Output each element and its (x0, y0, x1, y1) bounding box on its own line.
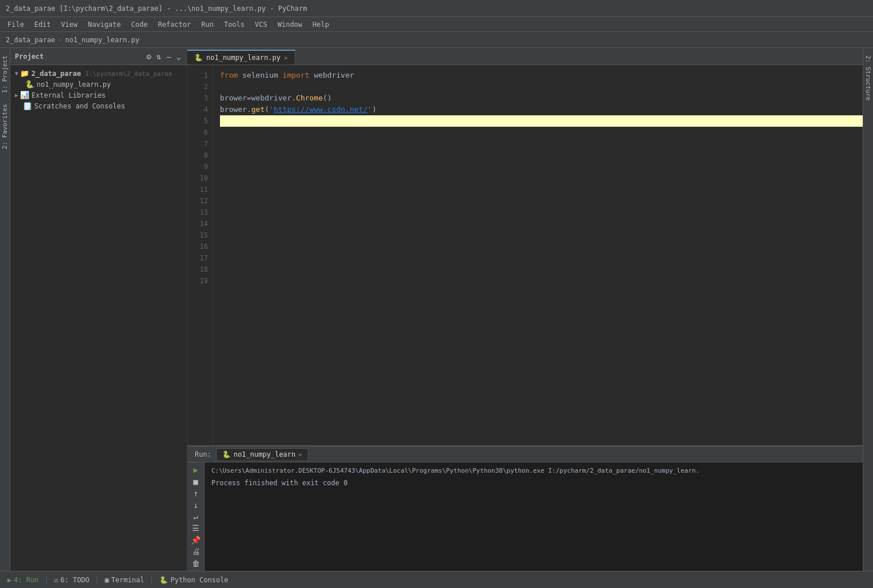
ln-2: 2 (187, 81, 208, 92)
run-filter-button[interactable]: ☰ (190, 523, 202, 533)
code-editor[interactable]: 1 2 3 4 5 6 7 8 9 10 11 12 13 14 15 16 1 (187, 65, 863, 445)
status-run-button[interactable]: ▶ 4: Run (3, 574, 43, 586)
panel-collapse-icon[interactable]: — (165, 51, 172, 62)
project-panel: Project ⚙ ⇅ — ⌄ ▼ 📁 2_data_parae I:\pych… (10, 48, 187, 571)
editor-area: 🐍 no1_numpy_learn.py ✕ 1 2 3 4 5 6 7 8 9 (187, 48, 863, 571)
status-run-label: 4: Run (14, 576, 38, 584)
code-line-13 (220, 207, 863, 218)
editor-tab-active[interactable]: 🐍 no1_numpy_learn.py ✕ (187, 50, 295, 65)
status-todo-item[interactable]: ☑ 6: TODO (50, 574, 94, 586)
tree-arrow-root: ▼ (15, 70, 18, 76)
ln-5: 5 (187, 115, 208, 127)
ln-1: 1 (187, 70, 208, 81)
tab-close-button[interactable]: ✕ (284, 54, 288, 62)
status-todo-label: 6: TODO (61, 576, 90, 584)
code-line-12 (220, 195, 863, 207)
status-terminal-icon: ▣ (105, 576, 109, 584)
menu-tools[interactable]: Tools (219, 19, 249, 30)
status-run-icon: ▶ (7, 576, 11, 584)
sidebar-tab-favorites[interactable]: 2: Favorites (0, 99, 10, 154)
run-start-button[interactable]: ▶ (190, 465, 202, 474)
menu-vcs[interactable]: VCS (250, 19, 272, 30)
run-sidebar: ▶ ■ ↑ ↓ ↵ ☰ 📌 🖨 🗑 (187, 462, 205, 571)
bottom-panel: Run: 🐍 no1_numpy_learn ✕ ▶ ■ ↑ ↓ ↵ ☰ (187, 445, 863, 571)
run-wrap-button[interactable]: ↵ (190, 512, 202, 521)
breadcrumb-file[interactable]: no1_numpy_learn.py (65, 36, 139, 44)
panel-icons: ⚙ ⇅ — ⌄ (145, 51, 182, 62)
menu-run[interactable]: Run (197, 19, 218, 30)
code-line-7 (220, 138, 863, 150)
code-line-9 (220, 161, 863, 172)
breadcrumb: 2_data_parae › no1_numpy_learn.py (0, 32, 873, 48)
kw-import: import (283, 70, 310, 81)
menu-view[interactable]: View (57, 19, 82, 30)
panel-settings-icon[interactable]: ⚙ (145, 51, 152, 62)
run-scroll-down-button[interactable]: ↓ (190, 500, 202, 509)
tree-arrow-ext: ▶ (15, 92, 18, 98)
main-layout: 1: Project 2: Favorites Project ⚙ ⇅ — ⌄ … (0, 48, 873, 571)
sidebar-tab-project[interactable]: 1: Project (0, 51, 10, 98)
tree-item-file[interactable]: 🐍 no1_numpy_learn.py (21, 79, 187, 90)
library-icon: 📊 (20, 91, 29, 99)
status-sep-2 (97, 575, 97, 585)
python-file-icon: 🐍 (25, 80, 34, 88)
code-line-2 (220, 81, 863, 92)
code-line-5 (220, 115, 863, 127)
run-label: Run: (190, 450, 216, 458)
menu-navigate[interactable]: Navigate (83, 19, 126, 30)
tree-label-ext: External Libraries (31, 91, 106, 99)
code-content[interactable]: from selenium import webdriver brower=we… (213, 65, 863, 445)
scratches-icon: 🗒️ (23, 102, 32, 110)
code-line-16 (220, 241, 863, 252)
tree-item-root[interactable]: ▼ 📁 2_data_parae I:\pycharm\2_data_parae (10, 68, 187, 79)
run-tab[interactable]: 🐍 no1_numpy_learn ✕ (216, 448, 309, 460)
menu-window[interactable]: Window (273, 19, 307, 30)
ln-17: 17 (187, 252, 208, 264)
menu-edit[interactable]: Edit (30, 19, 55, 30)
menu-file[interactable]: File (3, 19, 29, 30)
menu-refactor[interactable]: Refactor (153, 19, 195, 30)
run-trash-button[interactable]: 🗑 (190, 559, 202, 568)
status-terminal-label: Terminal (111, 576, 145, 584)
code-line-15 (220, 229, 863, 241)
ln-8: 8 (187, 150, 208, 161)
menu-help[interactable]: Help (308, 19, 334, 30)
run-pin-button[interactable]: 📌 (190, 535, 202, 545)
status-python-console-item[interactable]: 🐍 Python Console (155, 574, 233, 586)
folder-icon: 📁 (20, 69, 29, 78)
run-stop-button[interactable]: ■ (190, 477, 202, 486)
panel-sort-icon[interactable]: ⇅ (155, 51, 162, 62)
line-numbers: 1 2 3 4 5 6 7 8 9 10 11 12 13 14 15 16 1 (187, 65, 213, 445)
run-tab-close[interactable]: ✕ (298, 451, 302, 458)
ln-6: 6 (187, 127, 208, 138)
left-sidebar-tab: 1: Project 2: Favorites (0, 48, 10, 571)
ln-15: 15 (187, 229, 208, 241)
status-bar: ▶ 4: Run ☑ 6: TODO ▣ Terminal 🐍 Python C… (0, 571, 873, 588)
run-scroll-up-button[interactable]: ↑ (190, 489, 202, 498)
code-line-10 (220, 172, 863, 184)
status-terminal-item[interactable]: ▣ Terminal (100, 574, 149, 586)
panel-header: Project ⚙ ⇅ — ⌄ (10, 48, 187, 65)
status-python-label: Python Console (170, 576, 228, 584)
ln-9: 9 (187, 161, 208, 172)
sidebar-tab-structure[interactable]: 2: Structure (863, 51, 873, 105)
project-tree: ▼ 📁 2_data_parae I:\pycharm\2_data_parae… (10, 65, 187, 571)
menu-code[interactable]: Code (127, 19, 153, 30)
panel-gear-icon[interactable]: ⌄ (175, 51, 182, 62)
right-sidebar-tab: 2: Structure (863, 48, 873, 571)
editor-tab-bar: 🐍 no1_numpy_learn.py ✕ (187, 48, 863, 65)
ln-16: 16 (187, 241, 208, 252)
breadcrumb-project[interactable]: 2_data_parae (6, 36, 55, 44)
tree-label-scratches: Scratches and Consoles (34, 102, 125, 110)
run-output: C:\Users\Administrator.DESKTOP-6J54743\A… (205, 462, 863, 571)
run-print-button[interactable]: 🖨 (190, 547, 202, 556)
tree-item-scratches[interactable]: 🗒️ Scratches and Consoles (10, 100, 187, 111)
code-line-8 (220, 150, 863, 161)
tree-item-ext-libs[interactable]: ▶ 📊 External Libraries (10, 90, 187, 100)
code-line-11 (220, 184, 863, 195)
panel-title: Project (15, 53, 44, 61)
tab-file-icon: 🐍 (194, 54, 203, 62)
code-line-17 (220, 252, 863, 264)
run-tab-bar: Run: 🐍 no1_numpy_learn ✕ (187, 446, 863, 462)
code-line-3: brower=webdriver.Chrome() (220, 92, 863, 104)
